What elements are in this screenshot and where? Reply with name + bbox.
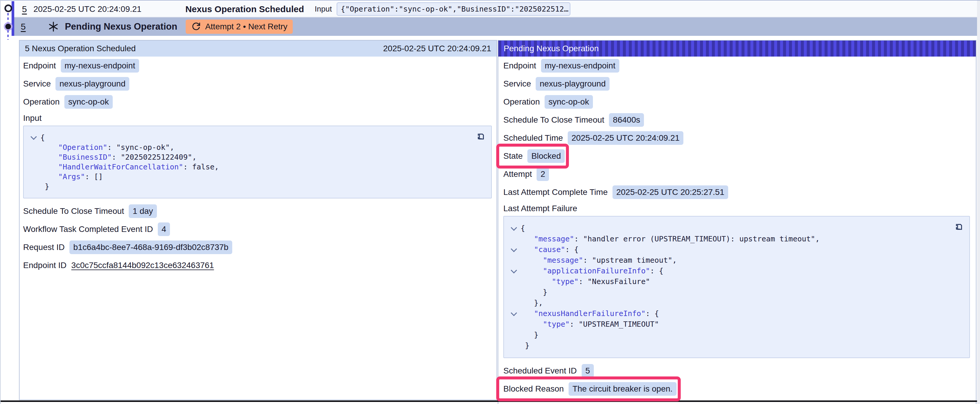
timeline-active-bar xyxy=(11,1,14,36)
field-value-service: nexus-playground xyxy=(536,77,609,90)
code-line-text: "message": "handler error (UPSTREAM_TIME… xyxy=(520,234,819,244)
copy-icon[interactable] xyxy=(953,221,964,231)
code-line: } xyxy=(507,287,951,298)
field-label-scheduled-time: Scheduled Time xyxy=(503,133,563,143)
code-line-text: } xyxy=(40,182,49,191)
event-detail-panel-pending: Pending Nexus Operation Endpointmy-nexus… xyxy=(498,40,977,404)
code-line-text: } xyxy=(520,287,547,298)
event-input-preview-badge[interactable]: {"Operation":"sync-op-ok","BusinessID":"… xyxy=(337,2,570,16)
field-inner: Request IDb1c6a4bc-8ee7-468a-9169-df3b02… xyxy=(23,241,232,254)
code-line: "nexusHandlerFailureInfo": { xyxy=(507,308,951,319)
field-row-state: StateBlocked xyxy=(503,147,970,165)
retry-badge-label: Attempt 2 • Next Retry xyxy=(205,22,287,32)
history-row-pending-nexus-operation[interactable]: 5 Pending Nexus Operation Attempt 2 • Ne… xyxy=(14,17,978,36)
field-value-operation: sync-op-ok xyxy=(64,95,113,109)
event-id-link[interactable]: 5 xyxy=(21,22,26,32)
code-line-gutter xyxy=(507,308,520,319)
collapse-chevron-down-icon[interactable] xyxy=(511,267,517,273)
history-row-nexus-operation-scheduled[interactable]: 5 2025-02-25 UTC 20:24:09.21 Nexus Opera… xyxy=(14,1,978,17)
field-row-operation: Operationsync-op-ok xyxy=(23,93,492,111)
workflow-event-history-screen: 5 2025-02-25 UTC 20:24:09.21 Nexus Opera… xyxy=(0,0,980,404)
code-line-text: "type": "UPSTREAM_TIMEOUT" xyxy=(520,319,659,330)
code-line-gutter xyxy=(507,244,520,255)
field-inner: Schedule To Close Timeout1 day xyxy=(23,204,157,218)
scheduled-fields-top: Endpointmy-nexus-endpointServicenexus-pl… xyxy=(23,57,492,111)
field-row-operation: Operationsync-op-ok xyxy=(503,93,970,111)
field-value-link-endpoint-id[interactable]: 3c0c75ccfa8144b092c13ce632463761 xyxy=(71,261,214,270)
last-attempt-failure-label: Last Attempt Failure xyxy=(503,201,970,216)
json-key: "message" xyxy=(543,256,583,265)
timeline-dashed-connector xyxy=(7,13,9,22)
timeline-open-circle-icon[interactable] xyxy=(5,5,12,12)
code-line-gutter xyxy=(27,162,40,172)
scheduled-panel-title: 5 Nexus Operation Scheduled xyxy=(25,44,136,53)
code-line-gutter xyxy=(507,266,520,276)
code-line-text: } xyxy=(520,340,530,351)
code-line-gutter xyxy=(27,152,40,162)
field-inner: Operationsync-op-ok xyxy=(23,95,113,109)
code-line-gutter xyxy=(27,172,40,182)
pending-panel-title: Pending Nexus Operation xyxy=(504,44,599,53)
annotation-highlight-blocked-reason: Blocked ReasonThe circuit breaker is ope… xyxy=(503,382,676,396)
timeline-dashed-connector xyxy=(7,30,9,40)
scheduled-panel-header: 5 Nexus Operation Scheduled 2025-02-25 U… xyxy=(19,41,496,57)
code-line-gutter xyxy=(507,234,520,244)
collapse-chevron-down-icon[interactable] xyxy=(30,133,37,140)
field-value-scheduled-event-id: 5 xyxy=(582,364,594,378)
field-inner: Scheduled Time2025-02-25 UTC 20:24:09.21 xyxy=(503,131,683,145)
field-value-service: nexus-playground xyxy=(56,77,129,90)
field-label-attempt: Attempt xyxy=(503,170,532,179)
collapse-chevron-down-icon[interactable] xyxy=(511,246,517,252)
field-label-schedule-to-close-timeout: Schedule To Close Timeout xyxy=(503,115,604,125)
field-inner: Scheduled Event ID5 xyxy=(503,364,594,378)
collapse-chevron-down-icon[interactable] xyxy=(511,310,517,316)
code-line-gutter xyxy=(507,287,520,298)
json-key: "Args" xyxy=(58,173,85,181)
json-key: "type" xyxy=(543,320,570,328)
code-line: "type": "NexusFailure" xyxy=(507,276,951,287)
field-row-endpoint: Endpointmy-nexus-endpoint xyxy=(23,57,492,74)
event-title: Nexus Operation Scheduled xyxy=(185,4,304,14)
field-row-blocked-reason: Blocked ReasonThe circuit breaker is ope… xyxy=(503,380,970,398)
field-value-workflow-task-completed-event-id: 4 xyxy=(158,222,170,236)
code-line: } xyxy=(507,340,951,351)
json-key: "type" xyxy=(552,277,578,286)
retry-attempt-badge[interactable]: Attempt 2 • Next Retry xyxy=(186,19,293,34)
field-value-last-attempt-complete-time: 2025-02-25 UTC 20:25:27.51 xyxy=(612,185,728,199)
event-id-link[interactable]: 5 xyxy=(22,4,27,14)
event-detail-panel-scheduled: 5 Nexus Operation Scheduled 2025-02-25 U… xyxy=(19,40,497,400)
code-line-gutter xyxy=(27,143,40,152)
field-row-attempt: Attempt2 xyxy=(503,165,970,183)
field-inner: Workflow Task Completed Event ID4 xyxy=(23,222,170,236)
annotation-highlight-state: StateBlocked xyxy=(503,149,565,163)
field-row-request-id: Request IDb1c6a4bc-8ee7-468a-9169-df3b02… xyxy=(23,238,492,256)
code-line: "type": "UPSTREAM_TIMEOUT" xyxy=(507,319,951,330)
code-line: }, xyxy=(507,298,951,308)
code-line: "Operation": "sync-op-ok", xyxy=(27,143,473,152)
field-value-request-id: b1c6a4bc-8ee7-468a-9169-df3b02c8737b xyxy=(69,241,232,254)
failure-json-viewer: { "message": "handler error (UPSTREAM_TI… xyxy=(503,216,970,358)
input-section-label: Input xyxy=(23,111,492,125)
code-line-gutter xyxy=(507,255,520,266)
scrollbar-track[interactable] xyxy=(977,1,980,404)
field-value-operation: sync-op-ok xyxy=(544,95,593,109)
field-inner: Servicenexus-playground xyxy=(23,77,129,90)
code-line-gutter xyxy=(507,340,520,351)
scheduled-fields-bottom: Schedule To Close Timeout1 dayWorkflow T… xyxy=(23,202,492,274)
json-key: "HandlerWaitForCancellation" xyxy=(58,163,183,171)
collapse-chevron-down-icon[interactable] xyxy=(511,225,517,231)
pending-fields-bottom: Scheduled Event ID5Blocked ReasonThe cir… xyxy=(503,362,970,398)
timeline-filled-dot-icon[interactable] xyxy=(4,22,13,31)
field-inner: Operationsync-op-ok xyxy=(503,95,593,109)
field-value-scheduled-time: 2025-02-25 UTC 20:24:09.21 xyxy=(568,131,683,145)
copy-icon[interactable] xyxy=(475,130,486,141)
field-label-endpoint-id: Endpoint ID xyxy=(23,261,67,270)
field-label-last-attempt-complete-time: Last Attempt Complete Time xyxy=(503,187,608,197)
code-line-text: "cause": { xyxy=(520,244,579,255)
code-line-text: "Args": [] xyxy=(40,172,103,182)
field-value-schedule-to-close-timeout: 1 day xyxy=(129,204,157,218)
code-line-gutter xyxy=(507,319,520,330)
pending-fields-top: Endpointmy-nexus-endpointServicenexus-pl… xyxy=(503,57,970,201)
code-line-text: { xyxy=(40,133,45,143)
code-line: "message": "handler error (UPSTREAM_TIME… xyxy=(507,234,951,244)
